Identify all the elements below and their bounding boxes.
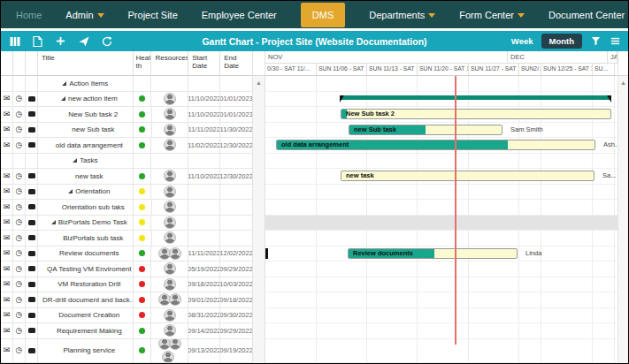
history-clock-icon[interactable]: ◷: [16, 265, 23, 273]
history-clock-icon[interactable]: ◷: [16, 172, 23, 180]
history-clock-icon[interactable]: ◷: [16, 346, 23, 354]
comment-icon[interactable]: [28, 111, 35, 117]
comment-icon[interactable]: [28, 266, 35, 271]
mail-icon[interactable]: ✉: [4, 249, 11, 257]
comment-icon[interactable]: [28, 173, 35, 178]
mail-icon[interactable]: ✉: [4, 346, 11, 354]
history-clock-icon[interactable]: ◷: [16, 110, 23, 118]
comment-icon[interactable]: [28, 297, 35, 302]
gantt-vertical-scrollbar[interactable]: ▲: [617, 51, 628, 363]
task-bar[interactable]: new Sub task: [349, 125, 502, 135]
task-bar[interactable]: new task: [341, 171, 594, 181]
table-row[interactable]: Tasks: [1, 154, 252, 170]
mail-icon[interactable]: ✉: [4, 311, 11, 319]
table-row[interactable]: ✉◷Review documents11/11/202212/02/2022: [1, 246, 252, 262]
comment-icon[interactable]: [28, 96, 35, 102]
nav-item-document-center[interactable]: Document Center: [548, 10, 625, 20]
history-clock-icon[interactable]: ◷: [16, 311, 23, 319]
history-clock-icon[interactable]: ◷: [16, 95, 23, 102]
refresh-icon[interactable]: [101, 35, 112, 47]
mail-icon[interactable]: ✉: [4, 110, 11, 118]
comment-icon[interactable]: [28, 204, 35, 209]
nav-item-departments[interactable]: Departments: [369, 10, 435, 20]
expand-collapse-icon[interactable]: [62, 81, 66, 86]
history-clock-icon[interactable]: ◷: [16, 203, 23, 211]
mail-icon[interactable]: ✉: [4, 187, 11, 195]
comment-icon[interactable]: [28, 142, 35, 148]
history-clock-icon[interactable]: ◷: [16, 280, 23, 288]
history-clock-icon[interactable]: ◷: [16, 327, 23, 335]
columns-icon[interactable]: [9, 35, 20, 47]
mail-icon[interactable]: ✉: [4, 296, 11, 304]
nav-item-form-center[interactable]: Form Center: [459, 10, 525, 20]
scroll-up-icon[interactable]: ▲: [253, 76, 265, 86]
nav-item-dms[interactable]: DMS: [301, 3, 345, 27]
mail-icon[interactable]: ✉: [4, 203, 11, 211]
start-date-column-header[interactable]: Start Date: [188, 51, 220, 75]
comment-icon[interactable]: [28, 282, 35, 287]
history-clock-icon[interactable]: ◷: [16, 218, 23, 226]
comment-icon[interactable]: [28, 313, 35, 318]
health-column-header[interactable]: Heal th: [134, 51, 152, 75]
summary-bar[interactable]: [341, 95, 610, 100]
mail-icon[interactable]: ✉: [4, 280, 11, 288]
comment-icon[interactable]: [28, 127, 35, 133]
scroll-up-icon[interactable]: ▲: [618, 76, 628, 86]
history-clock-icon[interactable]: ◷: [16, 187, 23, 195]
table-row[interactable]: ✉◷New Sub task 211/10/202201/01/2023: [1, 107, 252, 123]
expand-collapse-icon[interactable]: [73, 158, 77, 163]
comment-icon[interactable]: [28, 348, 35, 353]
mail-icon[interactable]: ✉: [4, 327, 11, 335]
filter-icon[interactable]: [590, 35, 602, 47]
comment-icon[interactable]: [28, 235, 35, 240]
month-toggle-button[interactable]: Month: [541, 34, 583, 49]
send-icon[interactable]: [78, 35, 89, 47]
history-clock-icon[interactable]: ◷: [16, 141, 23, 149]
nav-item-employee-center[interactable]: Employee Center: [202, 10, 277, 20]
table-row[interactable]: ✉◷Planning service09/13/202209/19/2022: [1, 339, 252, 363]
resources-column-header[interactable]: Resources: [151, 51, 188, 75]
table-row[interactable]: ✉◷Orientation: [1, 185, 252, 201]
table-row[interactable]: ✉◷VM Restoration Drill09/18/202210/03/20…: [1, 277, 252, 293]
nav-item-project-site[interactable]: Project Site: [128, 10, 178, 20]
nav-item-admin[interactable]: Admin: [65, 10, 104, 20]
table-row[interactable]: ✉◷DR-drill document and back...09/01/202…: [1, 292, 252, 308]
history-clock-icon[interactable]: ◷: [16, 296, 23, 304]
comment-icon[interactable]: [28, 251, 35, 256]
task-bar[interactable]: old data arrangement: [276, 140, 595, 150]
table-row[interactable]: ✉◷new task11/10/202212/30/2022: [1, 169, 252, 185]
table-row[interactable]: ✉◷Orientation sub taks: [1, 200, 252, 216]
title-column-header[interactable]: Title: [38, 51, 134, 75]
expand-collapse-icon[interactable]: [61, 96, 65, 101]
mail-icon[interactable]: ✉: [4, 125, 11, 133]
mail-icon[interactable]: ✉: [4, 234, 11, 242]
comment-icon[interactable]: [28, 189, 35, 194]
mail-icon[interactable]: ✉: [4, 218, 11, 226]
expand-collapse-icon[interactable]: [51, 220, 56, 224]
history-clock-icon[interactable]: ◷: [16, 125, 23, 133]
mail-icon[interactable]: ✉: [4, 172, 11, 180]
history-clock-icon[interactable]: ◷: [16, 249, 23, 257]
menu-icon[interactable]: [610, 35, 621, 47]
nav-item-home[interactable]: Home: [16, 10, 42, 20]
table-row[interactable]: ✉◷QA Testing VM Enviroment05/19/202209/2…: [1, 262, 252, 277]
export-file-icon[interactable]: [32, 35, 43, 47]
table-row[interactable]: Action Items: [1, 76, 252, 92]
table-row[interactable]: ✉◷new action item11/10/202201/01/2023: [1, 92, 252, 108]
comment-icon[interactable]: [28, 328, 35, 333]
task-bar[interactable]: Review documents: [348, 248, 518, 259]
mail-icon[interactable]: ✉: [4, 141, 11, 149]
history-clock-icon[interactable]: ◷: [16, 234, 23, 242]
mail-icon[interactable]: ✉: [4, 95, 11, 102]
table-row[interactable]: ✉◷BizPortals Demo Task: [1, 216, 252, 231]
end-date-column-header[interactable]: End Date: [220, 51, 252, 75]
expand-collapse-icon[interactable]: [68, 189, 73, 193]
grid-vertical-scrollbar[interactable]: ▲: [253, 51, 265, 363]
comment-icon[interactable]: [28, 220, 35, 225]
add-task-icon[interactable]: [55, 35, 66, 47]
week-toggle-button[interactable]: Week: [511, 36, 533, 46]
task-bar[interactable]: New Sub task 2: [341, 109, 611, 119]
mail-icon[interactable]: ✉: [4, 265, 11, 273]
table-row[interactable]: ✉◷Document Creation08/31/202209/30/2022: [1, 308, 252, 324]
table-row[interactable]: ✉◷BizPortals sub task: [1, 231, 252, 246]
